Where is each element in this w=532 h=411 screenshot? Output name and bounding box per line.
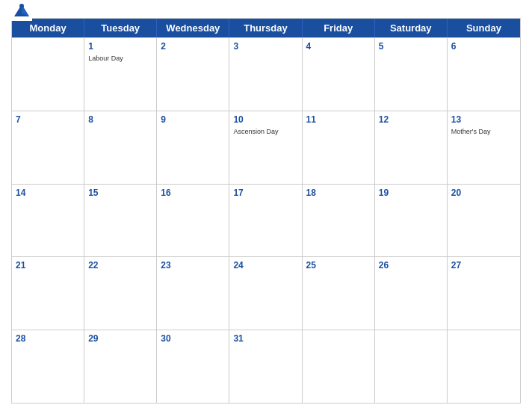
day-number: 25 <box>306 259 371 272</box>
calendar-cell: 14 <box>12 185 84 257</box>
calendar-cell: 2 <box>157 38 229 111</box>
svg-point-3 <box>19 4 24 8</box>
calendar-row: 1Labour Day23456 <box>12 37 520 111</box>
calendar-cell: 28 <box>12 330 84 403</box>
calendar-cell: 16 <box>157 185 229 257</box>
day-number: 24 <box>233 259 297 272</box>
calendar-cell: 21 <box>12 257 84 330</box>
weekday-header: Friday <box>303 19 375 37</box>
day-number: 19 <box>379 187 443 200</box>
day-number: 18 <box>306 187 371 200</box>
day-number: 6 <box>451 40 516 53</box>
weekday-header: Tuesday <box>84 19 157 37</box>
calendar-cell: 18 <box>303 185 375 257</box>
day-number: 20 <box>451 187 516 200</box>
day-number: 15 <box>88 187 152 200</box>
calendar-cell: 25 <box>303 257 375 330</box>
day-number: 30 <box>161 333 225 345</box>
calendar-cell: 22 <box>84 257 157 330</box>
calendar-row: 14151617181920 <box>12 184 520 257</box>
logo-icon <box>11 0 32 21</box>
day-number: 5 <box>379 40 443 53</box>
calendar-header: MondayTuesdayWednesdayThursdayFridaySatu… <box>12 19 520 37</box>
calendar-cell: 1Labour Day <box>84 38 157 111</box>
day-number: 9 <box>161 114 225 126</box>
day-number: 28 <box>16 333 80 345</box>
calendar-cell: 5 <box>375 38 448 111</box>
calendar-cell: 24 <box>229 257 302 330</box>
calendar-row: 21222324252627 <box>12 256 520 330</box>
logo <box>11 0 35 21</box>
calendar-cell: 19 <box>375 185 448 257</box>
day-number: 7 <box>16 114 80 126</box>
calendar-cell: 13Mother's Day <box>448 111 520 184</box>
calendar-row: 28293031 <box>12 330 520 403</box>
page-header <box>11 7 521 13</box>
calendar-cell: 23 <box>157 257 229 330</box>
weekday-header: Monday <box>12 19 84 37</box>
day-number: 16 <box>161 187 225 200</box>
calendar-cell <box>303 330 375 403</box>
calendar-page: MondayTuesdayWednesdayThursdayFridaySatu… <box>0 0 532 411</box>
day-number: 22 <box>88 259 152 272</box>
calendar-cell: 7 <box>12 111 84 184</box>
day-number: 12 <box>379 114 443 126</box>
day-number: 29 <box>88 333 152 345</box>
calendar-cell <box>12 38 84 111</box>
day-number: 27 <box>451 259 516 272</box>
calendar-cell: 3 <box>229 38 302 111</box>
calendar-cell: 9 <box>157 111 229 184</box>
day-number: 17 <box>233 187 297 200</box>
calendar-cell <box>375 330 448 403</box>
calendar-cell: 17 <box>229 185 302 257</box>
weekday-header: Saturday <box>375 19 448 37</box>
calendar-cell: 4 <box>303 38 375 111</box>
day-number: 4 <box>306 40 371 53</box>
calendar-cell: 29 <box>84 330 157 403</box>
calendar-cell: 6 <box>448 38 520 111</box>
calendar-cell: 8 <box>84 111 157 184</box>
weekday-header: Thursday <box>229 19 302 37</box>
calendar: MondayTuesdayWednesdayThursdayFridaySatu… <box>11 18 521 404</box>
calendar-cell: 12 <box>375 111 448 184</box>
calendar-cell <box>448 330 520 403</box>
day-number: 2 <box>161 40 225 53</box>
day-number: 8 <box>88 114 152 126</box>
day-number: 11 <box>306 114 371 126</box>
calendar-cell: 10Ascension Day <box>229 111 302 184</box>
calendar-body: 1Labour Day2345678910Ascension Day111213… <box>12 37 520 403</box>
calendar-row: 78910Ascension Day111213Mother's Day <box>12 111 520 184</box>
day-number: 10 <box>233 114 297 126</box>
day-number: 21 <box>16 259 80 272</box>
calendar-cell: 20 <box>448 185 520 257</box>
calendar-cell: 15 <box>84 185 157 257</box>
cell-event: Mother's Day <box>451 128 516 137</box>
day-number: 1 <box>88 40 152 53</box>
weekday-header: Sunday <box>448 19 520 37</box>
cell-event: Labour Day <box>88 55 152 64</box>
day-number: 13 <box>451 114 516 126</box>
calendar-cell: 11 <box>303 111 375 184</box>
day-number: 14 <box>16 187 80 200</box>
calendar-cell: 26 <box>375 257 448 330</box>
calendar-cell: 31 <box>229 330 302 403</box>
day-number: 3 <box>233 40 297 53</box>
calendar-cell: 27 <box>448 257 520 330</box>
calendar-cell: 30 <box>157 330 229 403</box>
day-number: 23 <box>161 259 225 272</box>
day-number: 31 <box>233 333 297 345</box>
weekday-header: Wednesday <box>157 19 229 37</box>
day-number: 26 <box>379 259 443 272</box>
cell-event: Ascension Day <box>233 128 297 137</box>
